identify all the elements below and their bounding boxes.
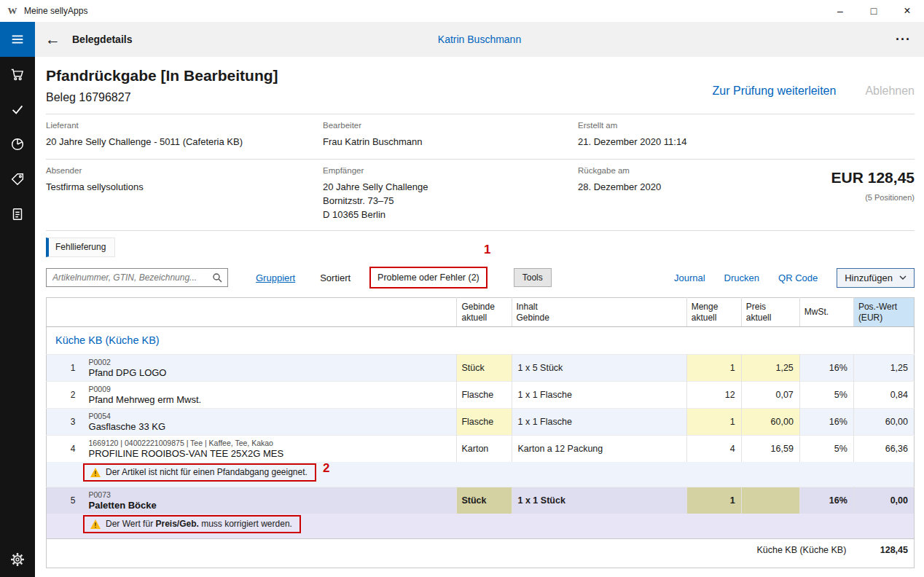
table-row[interactable]: 2 P0009 Pfand Mehrweg erm Mwst. Flasche … (47, 382, 915, 409)
check-icon (9, 101, 26, 117)
sidebar-item-tasks[interactable] (0, 92, 35, 127)
window-titlebar: W Meine sellyApps – □ × (0, 0, 924, 22)
sidebar-item-cart[interactable] (0, 57, 35, 92)
sorted-link[interactable]: Sortiert (320, 272, 351, 283)
tools-button[interactable]: Tools (514, 268, 552, 287)
article-code: P0009 (89, 384, 451, 394)
divider (46, 230, 915, 231)
article-code: P0002 (89, 357, 451, 367)
group-header-label: Küche KB (Küche KB) (47, 327, 915, 355)
preis-cell[interactable]: 60,00 (741, 409, 799, 436)
field-label: Rückgabe am (578, 166, 767, 175)
menge-cell[interactable]: 12 (686, 382, 741, 409)
table-spacer (47, 561, 915, 568)
wert-cell: 1,25 (853, 355, 914, 382)
field-value: 28. Dezember 2020 (578, 180, 767, 194)
more-button[interactable]: ··· (896, 32, 911, 47)
sidebar-item-statistics[interactable] (0, 127, 35, 162)
qr-code-link[interactable]: QR Code (778, 272, 818, 283)
warning-row: Der Artikel ist nicht für einen Pfandabg… (47, 462, 915, 487)
price-tag-icon (9, 171, 26, 187)
menu-button[interactable] (0, 22, 35, 57)
toolbar-right: Journal Drucken QR Code Hinzufügen (674, 268, 915, 288)
problems-errors-button[interactable]: Probleme oder Fehler (2) (369, 267, 488, 288)
minimize-button[interactable]: – (823, 0, 857, 22)
preis-cell[interactable]: 16,59 (741, 436, 799, 463)
table-row[interactable]: 1 P0002 Pfand DPG LOGO Stück 1 x 5 Stück… (47, 355, 915, 382)
table-row[interactable]: 4 1669120 | 04002221009875 | Tee | Kaffe… (47, 436, 915, 463)
article-cell[interactable]: 1669120 | 04002221009875 | Tee | Kaffee,… (83, 436, 457, 463)
total-amount: EUR 128,45 (831, 169, 915, 187)
field-label: Erstellt am (578, 121, 915, 130)
sidebar-item-prices[interactable] (0, 162, 35, 197)
row-number: 1 (47, 355, 83, 382)
col-menge: Menge aktuell (686, 298, 741, 327)
gebinde-cell[interactable]: Flasche (457, 409, 512, 436)
preis-cell[interactable]: 0,07 (741, 382, 799, 409)
journal-link[interactable]: Journal (674, 272, 705, 283)
field-label: Absender (46, 166, 323, 175)
field-rueckgabe-am: Rückgabe am 28. Dezember 2020 (578, 166, 767, 221)
search-icon[interactable] (212, 272, 222, 283)
gebinde-cell[interactable]: Karton (457, 436, 512, 463)
col-pos-wert: Pos.-Wert (EUR) (853, 298, 914, 327)
positions-table: Gebinde aktuell Inhalt Gebinde Menge akt… (46, 297, 915, 568)
settings-button[interactable] (0, 542, 35, 577)
forward-review-button[interactable]: Zur Prüfung weiterleiten (713, 85, 837, 97)
field-absender: Absender Testfirma sellysolutions (46, 166, 323, 221)
preis-cell[interactable] (741, 487, 799, 514)
gebinde-cell[interactable]: Flasche (457, 382, 512, 409)
reject-button[interactable]: Ablehnen (865, 85, 915, 97)
field-erstellt-am: Erstellt am 21. Dezember 2020 11:14 (578, 121, 915, 149)
article-code: P0054 (89, 411, 451, 421)
menge-cell[interactable]: 4 (686, 436, 741, 463)
add-button[interactable]: Hinzufügen (837, 268, 915, 288)
gebinde-cell[interactable]: Stück (457, 355, 512, 382)
inhalt-cell: 1 x 1 Flasche (512, 382, 686, 409)
back-button[interactable]: ← (45, 31, 60, 48)
mwst-cell: 16% (799, 355, 853, 382)
table-row-selected[interactable]: 5 P0073 Paletten Böcke Stück 1 x 1 Stück… (47, 487, 915, 514)
col-gebinde: Gebinde aktuell (457, 298, 512, 327)
grouped-link[interactable]: Gruppiert (256, 272, 295, 283)
warning-message: Der Artikel ist nicht für einen Pfandabg… (83, 463, 316, 482)
user-name-link[interactable]: Katrin Buschmann (35, 34, 924, 45)
field-value: Frau Katrin Buschmann (323, 135, 578, 149)
article-cell[interactable]: P0054 Gasflasche 33 KG (83, 409, 457, 436)
print-link[interactable]: Drucken (724, 272, 759, 283)
group-footer-row: Küche KB (Küche KB) 128,45 (47, 539, 915, 561)
document-head: Pfandrückgabe [In Bearbeitung] Beleg 167… (46, 67, 915, 104)
warning-text: Der Wert für Preis/Geb. muss korrigiert … (106, 519, 292, 529)
article-name: Gasflasche 33 KG (89, 421, 451, 433)
menge-cell[interactable]: 1 (686, 409, 741, 436)
field-empfaenger: Empfänger 20 Jahre Selly Challenge Borni… (323, 166, 578, 221)
article-name: Pfand DPG LOGO (89, 367, 451, 379)
maximize-button[interactable]: □ (857, 0, 890, 22)
article-cell[interactable]: P0002 Pfand DPG LOGO (83, 355, 457, 382)
article-cell[interactable]: P0073 Paletten Böcke (83, 487, 457, 514)
warning-message: Der Wert für Preis/Geb. muss korrigiert … (83, 515, 301, 533)
article-cell[interactable]: P0009 Pfand Mehrweg erm Mwst. (83, 382, 457, 409)
field-label: Bearbeiter (323, 121, 578, 130)
field-label: Empfänger (323, 166, 578, 175)
search-input[interactable] (52, 272, 212, 283)
wert-cell: 0,00 (853, 487, 914, 514)
sidebar-item-catalog[interactable] (0, 197, 35, 232)
col-num (47, 298, 83, 327)
wert-cell: 60,00 (853, 409, 914, 436)
gebinde-cell[interactable]: Stück (457, 487, 512, 514)
close-button[interactable]: × (890, 0, 924, 22)
col-inhalt: Inhalt Gebinde (512, 298, 686, 327)
preis-cell[interactable]: 1,25 (741, 355, 799, 382)
menge-cell[interactable]: 1 (686, 355, 741, 382)
mwst-cell: 16% (799, 487, 853, 514)
mwst-cell: 16% (799, 409, 853, 436)
chevron-down-icon (899, 275, 907, 280)
warning-icon (90, 468, 101, 477)
annotation-number-2: 2 (323, 461, 329, 476)
field-label: Lieferant (46, 121, 323, 130)
menge-cell[interactable]: 1 (686, 487, 741, 514)
search-box (46, 268, 228, 287)
pie-chart-icon (9, 136, 26, 152)
table-row[interactable]: 3 P0054 Gasflasche 33 KG Flasche 1 x 1 F… (47, 409, 915, 436)
